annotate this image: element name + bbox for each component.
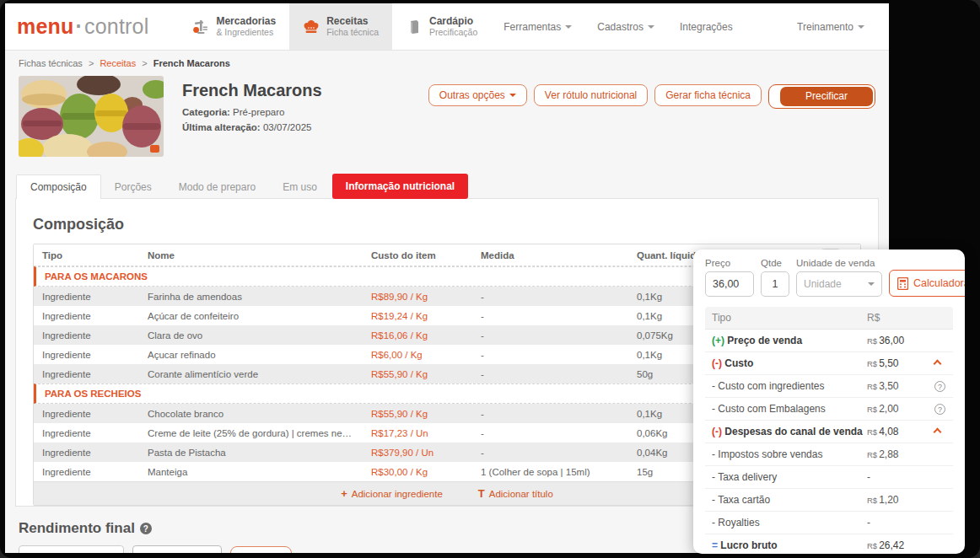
- nav-label: Cardápio: [429, 16, 477, 28]
- recipe-header: French Macarons Categoria: Pré-preparo Ú…: [5, 72, 889, 157]
- help-icon[interactable]: ?: [934, 381, 945, 392]
- chef-hat-icon: [303, 19, 320, 35]
- update-button[interactable]: Atualizar: [230, 546, 292, 553]
- page-title: French Macarons: [182, 81, 322, 100]
- sign-red: (-): [712, 426, 724, 437]
- col-custo-item: Custo do item: [363, 248, 472, 263]
- cell-kind: Ingrediente: [34, 445, 139, 460]
- pricing-col-tipo: Tipo: [712, 312, 867, 324]
- breadcrumb-root[interactable]: Fichas técnicas: [19, 58, 83, 68]
- pricing-row: - Taxa cartãoR$1,20: [705, 489, 953, 512]
- cell-kind: Ingrediente: [34, 406, 139, 421]
- yield-unit-select[interactable]: Unidade (Un): [132, 545, 222, 553]
- col-tipo: Tipo: [34, 248, 139, 263]
- pricing-panel: Preço Qtde Unidade de venda Unidade: [693, 249, 965, 554]
- top-navbar: menu · control Mercadorias & Ingrediente…: [5, 3, 889, 51]
- cell-cost: R$17,23 / Un: [363, 426, 472, 441]
- pricing-row-label: - Royalties: [707, 517, 867, 528]
- sign-dash: -: [712, 517, 718, 528]
- tab-informacao-nutricional[interactable]: Informação nutricional: [332, 174, 468, 199]
- pricing-row-label: (-) Despesas do canal de venda: [707, 426, 867, 437]
- help-icon[interactable]: ?: [140, 523, 152, 534]
- breadcrumb-receitas-link[interactable]: Receitas: [100, 58, 136, 68]
- generate-sheet-button[interactable]: Gerar ficha técnica: [654, 84, 762, 106]
- pricing-col-rs: R$: [867, 312, 940, 324]
- pricing-row-value: -: [867, 517, 934, 528]
- tab-modo-de-preparo[interactable]: Modo de preparo: [165, 175, 269, 199]
- chevron-down-icon: [565, 25, 572, 29]
- col-medida: Medida: [472, 248, 628, 263]
- sign-green: (+): [712, 335, 727, 346]
- pricing-row: - Custo com EmbalagensR$2,00?: [705, 398, 953, 421]
- nav-item-integracoes[interactable]: Integrações: [667, 3, 746, 50]
- cell-cost: R$55,90 / Kg: [363, 406, 472, 421]
- cell-cost: R$19,24 / Kg: [363, 309, 472, 324]
- pricing-row[interactable]: (-) CustoR$5,50: [705, 352, 953, 375]
- sign-dash: -: [712, 403, 718, 415]
- pricing-row-label: - Taxa cartão: [707, 494, 867, 506]
- calculator-icon: [897, 277, 908, 290]
- pricing-row-value: R$4,08: [867, 426, 934, 437]
- pricing-row-label: - Impostos sobre vendas: [707, 448, 867, 460]
- cell-measure: -: [472, 367, 628, 382]
- chevron-down-icon: [509, 94, 516, 97]
- tab-porcoes[interactable]: Porções: [101, 175, 165, 199]
- chevron-up-icon[interactable]: [934, 428, 942, 437]
- sale-unit-select[interactable]: Unidade: [796, 271, 882, 297]
- cell-cost: R$55,90 / Kg: [363, 367, 472, 382]
- cell-name: Chocolate branco: [139, 406, 363, 421]
- edit-photo-icon[interactable]: [150, 145, 159, 153]
- pricing-row[interactable]: (-) Despesas do canal de vendaR$4,08: [705, 421, 953, 443]
- pricing-table: Tipo R$ (+) Preço de vendaR$36,00(-) Cus…: [705, 307, 953, 554]
- chevron-up-icon[interactable]: [934, 360, 942, 368]
- precificar-button[interactable]: Precificar: [768, 84, 875, 109]
- logo-secondary: control: [84, 14, 148, 39]
- cell-cost: R$89,90 / Kg: [363, 289, 472, 304]
- sign-red: (-): [712, 357, 724, 369]
- cell-name: Manteiga: [139, 464, 363, 480]
- macarons-image: [19, 76, 164, 157]
- nav-item-treinamento[interactable]: Treinamento: [784, 21, 877, 33]
- tab-em-uso[interactable]: Em uso: [269, 175, 331, 199]
- app-logo[interactable]: menu · control: [17, 3, 148, 50]
- nav-item-receitas[interactable]: Receitas Ficha técnica: [289, 3, 392, 50]
- tab-composicao[interactable]: Composição: [16, 174, 101, 199]
- category-label: Categoria:: [182, 107, 230, 117]
- qty-input[interactable]: [761, 271, 789, 297]
- calculator-button[interactable]: Calculadora: [889, 270, 965, 297]
- other-options-button[interactable]: Outras opções: [428, 84, 527, 106]
- sign-dash: -: [712, 494, 718, 506]
- add-title-button[interactable]: T Adicionar título: [478, 487, 553, 500]
- cell-kind: Ingrediente: [34, 367, 139, 382]
- pricing-row-label: - Taxa delivery: [707, 471, 867, 483]
- price-input[interactable]: [705, 271, 754, 297]
- nutrition-label-button[interactable]: Ver rótulo nutricional: [534, 84, 648, 106]
- scale-icon: [192, 19, 209, 35]
- nav-sublabel: & Ingredientes: [216, 27, 276, 37]
- cell-name: Açúcar de confeiteiro: [139, 309, 363, 324]
- cell-kind: Ingrediente: [34, 464, 139, 480]
- chevron-down-icon: [868, 282, 875, 286]
- recipe-photo[interactable]: [19, 76, 164, 157]
- nav-item-ferramentas[interactable]: Ferramentas: [491, 3, 584, 50]
- cell-measure: -: [472, 309, 628, 324]
- yield-title: Rendimento final: [19, 520, 135, 537]
- nav-item-mercadorias[interactable]: Mercadorias & Ingredientes: [179, 3, 289, 50]
- yield-value-input[interactable]: [19, 545, 124, 553]
- sign-blue: =: [712, 539, 720, 551]
- cell-cost: R$16,06 / Kg: [363, 328, 472, 343]
- pricing-header-row: Tipo R$: [705, 307, 953, 330]
- nav-label: Treinamento: [797, 21, 853, 33]
- add-ingredient-button[interactable]: + Adicionar ingrediente: [341, 487, 443, 500]
- nav-item-cardapio[interactable]: Cardápio Precificação: [392, 3, 491, 50]
- logo-primary: menu: [17, 14, 73, 39]
- cell-measure: -: [472, 328, 628, 343]
- nav-label: Mercadorias: [216, 16, 276, 28]
- nav-label: Cadastros: [597, 21, 643, 33]
- help-icon[interactable]: ?: [934, 404, 945, 415]
- qty-label: Qtde: [761, 258, 789, 268]
- nav-item-cadastros[interactable]: Cadastros: [584, 3, 667, 50]
- logo-dot: ·: [75, 14, 83, 39]
- cell-measure: -: [472, 406, 628, 421]
- updated-label: Última alteração:: [182, 122, 261, 132]
